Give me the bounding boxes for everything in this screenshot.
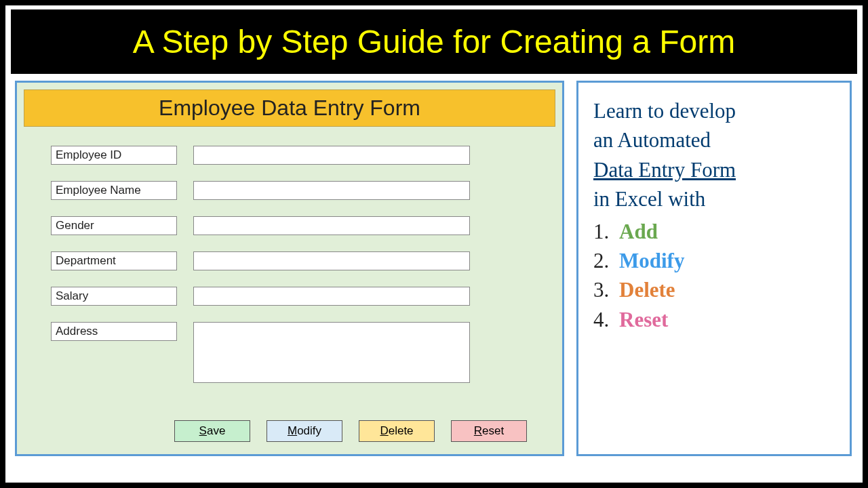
side-text-4: in Excel with xyxy=(593,184,835,214)
reset-button[interactable]: Reset xyxy=(451,420,527,442)
label-address: Address xyxy=(51,322,177,341)
side-item-delete: 3. Delete xyxy=(593,275,835,304)
side-item-modify: 2. Modify xyxy=(593,246,835,275)
label-gender: Gender xyxy=(51,216,177,235)
side-panel: Learn to develop an Automated Data Entry… xyxy=(576,81,852,456)
input-address[interactable] xyxy=(193,322,470,383)
form-panel: Employee Data Entry Form Employee ID Emp… xyxy=(15,81,564,456)
modify-button[interactable]: Modify xyxy=(267,420,342,442)
input-salary[interactable] xyxy=(193,287,470,306)
input-employee-name[interactable] xyxy=(193,181,470,200)
side-item-reset: 4. Reset xyxy=(593,305,835,334)
save-button[interactable]: Save xyxy=(174,420,250,442)
label-department: Department xyxy=(51,251,177,270)
label-employee-id: Employee ID xyxy=(51,146,177,165)
side-text-3: Data Entry Form xyxy=(593,155,835,184)
side-text-1: Learn to develop xyxy=(593,96,835,125)
side-text-2: an Automated xyxy=(593,125,835,155)
input-employee-id[interactable] xyxy=(193,146,470,165)
side-item-add: 1. Add xyxy=(593,217,835,246)
delete-button[interactable]: Delete xyxy=(359,420,435,442)
form-header: Employee Data Entry Form xyxy=(24,89,555,127)
input-department[interactable] xyxy=(193,251,470,270)
input-gender[interactable] xyxy=(193,216,470,235)
label-employee-name: Employee Name xyxy=(51,181,177,200)
page-title: A Step by Step Guide for Creating a Form xyxy=(11,9,857,74)
side-list: 1. Add 2. Modify 3. Delete 4. Reset xyxy=(593,217,835,335)
label-salary: Salary xyxy=(51,287,177,306)
